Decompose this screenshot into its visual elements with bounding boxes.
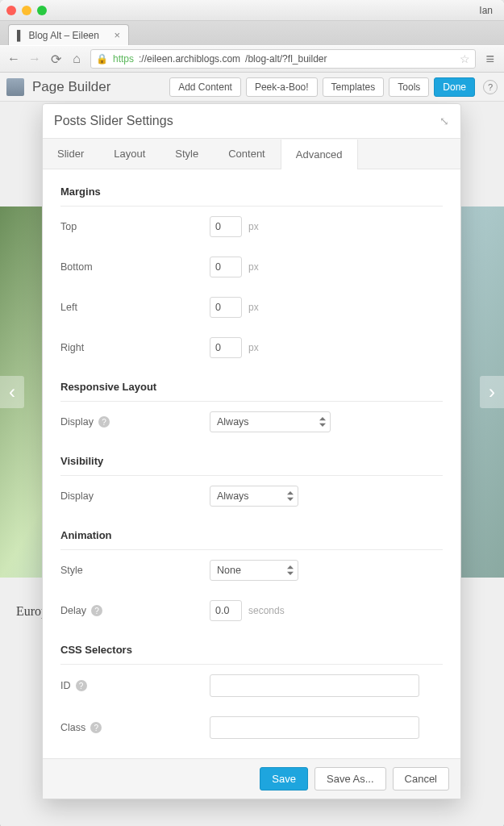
collapse-icon[interactable]: ⤡ bbox=[439, 115, 449, 127]
close-tab-icon[interactable]: × bbox=[114, 29, 120, 41]
close-window-icon[interactable] bbox=[6, 6, 16, 15]
tab-slider[interactable]: Slider bbox=[43, 139, 99, 169]
page-body: ‹ › Europe and beyond as we search and s… bbox=[0, 102, 504, 826]
help-icon[interactable]: ? bbox=[483, 80, 498, 94]
unit-px: px bbox=[248, 261, 259, 273]
tab-layout[interactable]: Layout bbox=[99, 139, 160, 169]
pb-logo-icon bbox=[6, 78, 24, 96]
traffic-lights[interactable] bbox=[6, 6, 47, 15]
id-input[interactable] bbox=[210, 674, 419, 697]
unit-px: px bbox=[248, 342, 259, 353]
section-css: CSS Selectors bbox=[60, 631, 443, 665]
tab-advanced[interactable]: Advanced bbox=[281, 140, 358, 169]
animation-style-select[interactable]: None bbox=[210, 560, 298, 581]
label-class: Class? bbox=[60, 722, 210, 733]
modal-header: Posts Slider Settings ⤡ bbox=[43, 104, 460, 138]
mac-titlebar: Ian bbox=[0, 0, 504, 21]
hint-icon[interactable]: ? bbox=[91, 605, 102, 616]
forward-icon[interactable]: → bbox=[27, 52, 42, 66]
page-builder-bar: Page Builder Add Content Peek-a-Boo! Tem… bbox=[0, 73, 504, 102]
row-anim-delay: Delay? seconds bbox=[60, 590, 443, 631]
settings-modal: Posts Slider Settings ⤡ Slider Layout St… bbox=[42, 103, 461, 799]
tab-strip: ▌ Blog Alt – Eileen × bbox=[0, 21, 504, 45]
toolbar: ← → ⟳ ⌂ 🔒 https://eileen.archiblogs.com/… bbox=[0, 45, 504, 73]
hint-icon[interactable]: ? bbox=[76, 680, 87, 691]
margin-bottom-input[interactable] bbox=[210, 257, 242, 277]
hint-icon[interactable]: ? bbox=[90, 722, 102, 733]
zoom-window-icon[interactable] bbox=[37, 6, 47, 15]
bookmark-icon[interactable]: ☆ bbox=[460, 52, 470, 65]
templates-button[interactable]: Templates bbox=[323, 77, 385, 97]
url-host: ://eileen.archiblogs.com bbox=[139, 53, 240, 65]
browser-tab[interactable]: ▌ Blog Alt – Eileen × bbox=[8, 24, 129, 45]
save-as-button[interactable]: Save As... bbox=[314, 767, 386, 791]
modal-footer: Save Save As... Cancel bbox=[43, 758, 460, 799]
row-class: Class? bbox=[60, 707, 443, 749]
minimize-window-icon[interactable] bbox=[22, 6, 31, 15]
section-responsive: Responsive Layout bbox=[60, 368, 443, 402]
browser-window: Ian ▌ Blog Alt – Eileen × ← → ⟳ ⌂ 🔒 http… bbox=[0, 0, 504, 826]
profile-user[interactable]: Ian bbox=[479, 5, 498, 16]
class-input[interactable] bbox=[210, 716, 419, 739]
done-button[interactable]: Done bbox=[434, 77, 475, 97]
row-visibility-display: Display Always bbox=[60, 476, 443, 516]
row-responsive-display: Display? Always bbox=[60, 402, 443, 442]
cancel-button[interactable]: Cancel bbox=[393, 767, 449, 791]
label-bottom: Bottom bbox=[60, 261, 210, 273]
label-style: Style bbox=[60, 565, 210, 576]
row-id: ID? bbox=[60, 665, 443, 707]
section-margins: Margins bbox=[60, 173, 443, 206]
margin-left-input[interactable] bbox=[210, 297, 242, 318]
unit-seconds: seconds bbox=[248, 605, 285, 616]
section-animation: Animation bbox=[60, 516, 443, 550]
label-id: ID? bbox=[60, 680, 210, 691]
row-margin-right: Right px bbox=[60, 327, 443, 368]
modal-title: Posts Slider Settings bbox=[54, 114, 173, 128]
home-icon[interactable]: ⌂ bbox=[69, 52, 84, 66]
back-icon[interactable]: ← bbox=[6, 52, 21, 66]
tab-content[interactable]: Content bbox=[214, 139, 281, 169]
tab-style[interactable]: Style bbox=[160, 139, 214, 169]
row-anim-style: Style None bbox=[60, 550, 443, 590]
tools-button[interactable]: Tools bbox=[389, 77, 429, 97]
chrome-menu-icon[interactable]: ≡ bbox=[482, 51, 498, 68]
slider-prev-icon[interactable]: ‹ bbox=[0, 376, 24, 408]
unit-px: px bbox=[248, 221, 259, 232]
save-button[interactable]: Save bbox=[260, 767, 308, 791]
label-display-responsive: Display? bbox=[60, 416, 210, 428]
modal-body: Margins Top px Bottom px Left px R bbox=[43, 169, 460, 758]
lock-icon: 🔒 bbox=[96, 53, 108, 65]
responsive-display-select[interactable]: Always bbox=[210, 411, 331, 432]
address-bar[interactable]: 🔒 https://eileen.archiblogs.com/blog-alt… bbox=[90, 49, 476, 69]
tab-title: Blog Alt – Eileen bbox=[29, 30, 99, 41]
modal-tabs: Slider Layout Style Content Advanced bbox=[43, 138, 460, 169]
section-visibility: Visibility bbox=[60, 442, 443, 476]
label-left: Left bbox=[60, 302, 210, 313]
label-display-visibility: Display bbox=[60, 490, 210, 502]
row-margin-bottom: Bottom px bbox=[60, 247, 443, 287]
url-scheme: https bbox=[113, 53, 134, 65]
url-path: /blog-alt/?fl_builder bbox=[245, 53, 327, 65]
margin-top-input[interactable] bbox=[210, 216, 242, 237]
add-content-button[interactable]: Add Content bbox=[169, 77, 241, 97]
hint-icon[interactable]: ? bbox=[98, 416, 110, 428]
unit-px: px bbox=[248, 302, 259, 313]
animation-delay-input[interactable] bbox=[210, 600, 242, 621]
row-margin-top: Top px bbox=[60, 206, 443, 247]
visibility-display-select[interactable]: Always bbox=[210, 486, 298, 507]
page-title: Page Builder bbox=[32, 79, 110, 95]
reload-icon[interactable]: ⟳ bbox=[48, 52, 63, 67]
row-margin-left: Left px bbox=[60, 287, 443, 327]
favicon: ▌ bbox=[17, 30, 24, 41]
label-top: Top bbox=[60, 221, 210, 232]
label-right: Right bbox=[60, 342, 210, 353]
peek-button[interactable]: Peek-a-Boo! bbox=[246, 77, 318, 97]
margin-right-input[interactable] bbox=[210, 337, 242, 358]
slider-next-icon[interactable]: › bbox=[480, 376, 504, 408]
label-delay: Delay? bbox=[60, 605, 210, 616]
